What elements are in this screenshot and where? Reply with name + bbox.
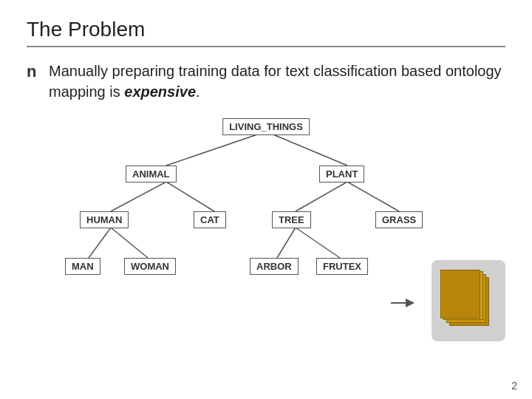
node-woman: WOMAN <box>124 258 176 275</box>
arrow-icon <box>391 294 417 312</box>
svg-line-1 <box>266 132 347 166</box>
svg-line-0 <box>166 132 266 166</box>
svg-line-3 <box>166 182 214 211</box>
stacked-pages-icon <box>440 270 494 329</box>
bullet-text-part1: Manually preparing training data for tex… <box>49 63 502 100</box>
bullet-marker: n <box>27 62 41 81</box>
node-human: HUMAN <box>80 211 129 228</box>
bullet-point: n Manually preparing training data for t… <box>27 61 505 102</box>
slide: The Problem n Manually preparing trainin… <box>0 0 532 399</box>
slide-title: The Problem <box>27 18 505 47</box>
svg-line-4 <box>296 182 347 211</box>
svg-line-8 <box>277 228 296 258</box>
node-tree: TREE <box>272 211 311 228</box>
svg-line-5 <box>347 182 399 211</box>
tree-diagram: LIVING_THINGS ANIMAL PLANT HUMAN CAT TRE… <box>52 115 480 285</box>
svg-line-2 <box>111 182 166 211</box>
node-plant: PLANT <box>319 166 364 183</box>
node-grass: GRASS <box>375 211 423 228</box>
svg-line-9 <box>296 228 340 258</box>
node-cat: CAT <box>194 211 226 228</box>
node-frutex: FRUTEX <box>316 258 368 275</box>
slide-number: 2 <box>511 380 517 392</box>
bullet-emphasis: expensive <box>124 83 196 100</box>
node-living-things: LIVING_THINGS <box>222 118 310 135</box>
node-animal: ANIMAL <box>126 166 177 183</box>
page-4 <box>440 270 480 318</box>
svg-line-6 <box>89 228 111 258</box>
bullet-text: Manually preparing training data for tex… <box>49 61 505 102</box>
node-arbor: ARBOR <box>250 258 299 275</box>
node-man: MAN <box>65 258 100 275</box>
bullet-text-part2: . <box>196 83 200 100</box>
svg-line-7 <box>111 228 148 258</box>
